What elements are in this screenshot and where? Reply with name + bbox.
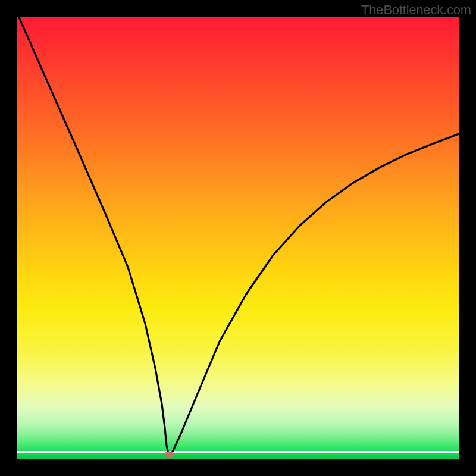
bottleneck-curve-line xyxy=(19,17,459,456)
curve-layer xyxy=(17,17,459,459)
chart-frame: TheBottleneck.com xyxy=(0,0,476,476)
plot-area xyxy=(17,17,459,459)
watermark-text: TheBottleneck.com xyxy=(361,2,471,18)
optimum-marker xyxy=(165,452,174,458)
